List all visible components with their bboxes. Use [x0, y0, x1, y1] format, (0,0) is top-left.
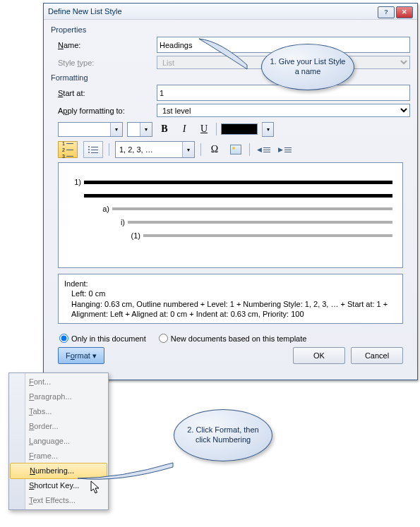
help-button[interactable]: ?	[378, 6, 395, 18]
apply-label: Apply formatting to:	[58, 107, 157, 115]
menu-item-language: Language...	[9, 434, 108, 449]
menu-item-paragraph: Paragraph...	[9, 389, 108, 404]
callout-2: 2. Click Format, then click Numbering	[106, 409, 268, 494]
menu-item-text-effects: Text Effects...	[9, 493, 108, 508]
format-menu-button[interactable]: Format ▾	[58, 347, 104, 364]
font-color-dropdown[interactable]: ▾	[262, 122, 274, 137]
separator	[109, 143, 109, 156]
number-format-combo[interactable]: 1, 2, 3, …▾	[115, 141, 195, 158]
startat-spinner[interactable]	[157, 85, 410, 101]
bold-button[interactable]: B	[157, 121, 172, 137]
list-preview: 1) . a) i) (1)	[58, 162, 403, 268]
cancel-button[interactable]: Cancel	[351, 347, 403, 364]
insert-picture-button[interactable]	[228, 142, 244, 157]
styletype-select: List	[157, 56, 410, 69]
font-family-combo[interactable]: ▾	[58, 122, 123, 137]
name-label: Name:	[58, 41, 157, 49]
menu-item-numbering[interactable]: Numbering...	[10, 463, 107, 479]
menu-item-border: Border...	[9, 419, 108, 434]
formatting-header: Formatting	[51, 73, 410, 82]
close-button[interactable]: ✕	[396, 6, 413, 18]
dialog-title: Define New List Style	[48, 4, 378, 19]
ok-button[interactable]: OK	[293, 347, 345, 364]
italic-button[interactable]: I	[176, 121, 192, 137]
style-description: Indent: Left: 0 cm Hanging: 0.63 cm, Out…	[58, 274, 403, 324]
menu-item-frame: Frame...	[9, 449, 108, 464]
name-input[interactable]	[157, 37, 410, 53]
properties-header: Properties	[51, 25, 410, 34]
apply-level-select[interactable]: 1st level	[157, 104, 410, 117]
insert-symbol-button[interactable]: Ω	[207, 142, 222, 157]
startat-label: Start at:	[58, 89, 157, 97]
increase-indent-button[interactable]: ▶	[277, 142, 292, 157]
font-color-swatch[interactable]	[221, 123, 258, 135]
styletype-label: Style type:	[58, 59, 157, 67]
menu-item-shortcut-key[interactable]: Shortcut Key...	[9, 478, 108, 493]
new-docs-radio[interactable]: New documents based on this template	[159, 334, 307, 343]
define-list-style-dialog: Define New List Style ? ✕ Properties Nam…	[43, 3, 418, 380]
font-size-combo[interactable]: ▾	[127, 122, 152, 137]
menu-item-font: Font...	[9, 375, 108, 389]
numbered-list-button[interactable]: 123	[58, 141, 78, 158]
separator	[249, 143, 250, 156]
underline-button[interactable]: U	[196, 121, 212, 137]
only-this-doc-radio[interactable]: Only in this document	[59, 334, 146, 343]
separator	[200, 143, 201, 156]
menu-item-tabs: Tabs...	[9, 404, 108, 419]
decrease-indent-button[interactable]: ◀	[256, 142, 271, 157]
titlebar[interactable]: Define New List Style ? ✕	[44, 4, 417, 20]
format-dropdown-menu: Font...Paragraph...Tabs...Border...Langu…	[8, 372, 109, 510]
separator	[216, 123, 217, 135]
bulleted-list-button[interactable]	[83, 141, 103, 158]
picture-icon	[230, 145, 241, 155]
